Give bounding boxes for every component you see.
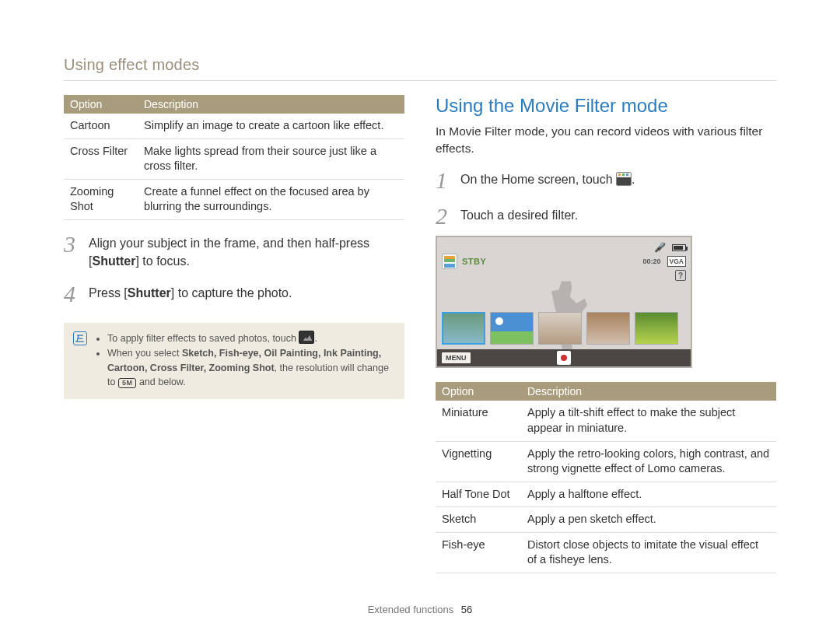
gallery-icon (299, 331, 314, 344)
intro-text: In Movie Filter mode, you can record vid… (436, 123, 776, 156)
footer-section: Extended functions (368, 604, 454, 615)
cell-description: Create a funnel effect on the focused ar… (138, 179, 404, 219)
table-header-option: Option (64, 95, 138, 114)
table-row: Cartoon Simplify an image to create a ca… (64, 114, 404, 138)
right-column: Using the Movie Filter mode In Movie Fil… (436, 95, 776, 573)
table-row: Half Tone Dot Apply a halftone effect. (436, 482, 776, 507)
table-header-description: Description (521, 382, 776, 401)
step-1: 1 On the Home screen, touch . (436, 169, 776, 192)
table-header-description: Description (138, 95, 404, 114)
step-text: Align your subject in the frame, and the… (89, 233, 404, 270)
cell-option: Vignetting (436, 441, 521, 482)
table-row: Fish-eye Distort close objects to imitat… (436, 532, 776, 573)
table-header-option: Option (436, 382, 521, 401)
table-row: Sketch Apply a pen sketch effect. (436, 507, 776, 533)
time-counter: 00:20 (643, 257, 661, 265)
text: ] to capture the photo. (171, 286, 292, 299)
cell-description: Apply a halftone effect. (521, 482, 776, 507)
shutter-label: Shutter (92, 254, 135, 268)
text: ] to focus. (135, 254, 189, 268)
menu-button[interactable]: MENU (442, 352, 471, 363)
step-2: 2 Touch a desired filter. (436, 205, 776, 228)
step-text: Press [Shutter] to capture the photo. (89, 282, 404, 306)
mic-off-icon: 🎤̸ (654, 242, 666, 253)
battery-icon (672, 244, 686, 251)
standby-indicator: STBY (442, 254, 486, 269)
step-number: 2 (436, 205, 453, 228)
lcd-status-icons: 🎤̸ 00:20 VGA ? (643, 242, 686, 281)
step-4: 4 Press [Shutter] to capture the photo. (64, 282, 404, 306)
manual-page: Using effect modes Option Description Ca… (0, 0, 840, 634)
shutter-label: Shutter (128, 286, 171, 299)
two-column-layout: Option Description Cartoon Simplify an i… (64, 95, 776, 573)
filter-table-right: Option Description Miniature Apply a til… (436, 382, 776, 573)
cell-description: Simplify an image to create a cartoon li… (138, 114, 404, 138)
cell-description: Apply a pen sketch effect. (521, 507, 776, 533)
filter-thumb[interactable] (538, 312, 582, 345)
step-text: On the Home screen, touch . (460, 169, 776, 192)
step-number: 1 (436, 169, 453, 192)
filter-thumb[interactable] (635, 312, 678, 345)
help-icon: ? (675, 270, 686, 281)
cell-description: Make lights spread from their source jus… (138, 138, 404, 179)
table-row: Cross Filter Make lights spread from the… (64, 138, 404, 179)
text: Press [ (89, 286, 128, 299)
cell-description: Distort close objects to imitate the vis… (521, 532, 776, 573)
filter-thumbnails (442, 312, 686, 345)
page-footer: Extended functions 56 (0, 604, 840, 615)
vga-badge: VGA (667, 256, 686, 267)
cell-option: Sketch (436, 507, 521, 533)
note-item: When you select Sketch, Fish-eye, Oil Pa… (107, 346, 395, 390)
text: When you select (107, 348, 182, 359)
filter-thumb[interactable] (490, 312, 534, 345)
text: To apply filter effects to saved photos,… (107, 333, 299, 344)
text: . (632, 173, 635, 186)
lcd-topbar: STBY 🎤̸ 00:20 VGA ? (442, 242, 686, 281)
camera-lcd-screenshot: STBY 🎤̸ 00:20 VGA ? (436, 236, 692, 368)
table-row: Miniature Apply a tilt-shift effect to m… (436, 401, 776, 441)
cell-option: Half Tone Dot (436, 482, 521, 507)
filter-table-left: Option Description Cartoon Simplify an i… (64, 95, 404, 220)
filter-thumb-selected[interactable] (442, 312, 485, 345)
record-button[interactable] (557, 351, 571, 365)
step-text: Touch a desired filter. (460, 205, 776, 228)
text: . (314, 333, 317, 344)
section-heading: Using the Movie Filter mode (436, 95, 776, 117)
note-item: To apply filter effects to saved photos,… (107, 331, 395, 346)
note-icon (73, 331, 87, 345)
step-number: 3 (64, 233, 81, 270)
left-column: Option Description Cartoon Simplify an i… (64, 95, 404, 573)
table-row: Vignetting Apply the retro-looking color… (436, 441, 776, 482)
resolution-5m-badge: 5M (118, 378, 137, 388)
cell-description: Apply the retro-looking colors, high con… (521, 441, 776, 482)
film-mode-icon (442, 254, 457, 269)
filter-thumb[interactable] (586, 312, 630, 345)
table-row: Zooming Shot Create a funnel effect on t… (64, 179, 404, 219)
cell-option: Cartoon (64, 114, 138, 138)
lcd-bottombar: MENU (437, 349, 691, 366)
movie-filter-app-icon (616, 172, 632, 186)
stby-label: STBY (462, 257, 486, 266)
step-number: 4 (64, 282, 81, 306)
cell-option: Miniature (436, 401, 521, 441)
step-3: 3 Align your subject in the frame, and t… (64, 233, 404, 270)
breadcrumb: Using effect modes (64, 56, 776, 81)
text: and below. (136, 377, 185, 387)
cell-option: Zooming Shot (64, 179, 138, 219)
cell-option: Fish-eye (436, 532, 521, 573)
note-list: To apply filter effects to saved photos,… (95, 331, 395, 390)
cell-description: Apply a tilt-shift effect to make the su… (521, 401, 776, 441)
note-box: To apply filter effects to saved photos,… (64, 323, 404, 399)
text: On the Home screen, touch (460, 173, 616, 186)
page-number: 56 (461, 604, 472, 615)
cell-option: Cross Filter (64, 138, 138, 179)
